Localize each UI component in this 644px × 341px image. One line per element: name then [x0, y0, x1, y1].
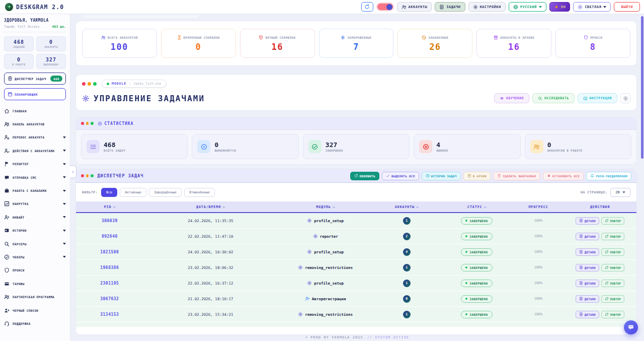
- on-toggle-button[interactable]: ON: [549, 2, 570, 12]
- accounts-count-badge: 1: [403, 311, 411, 318]
- logout-button[interactable]: ВЫЙТИ: [614, 2, 640, 12]
- sidebar-item-10[interactable]: ПАРСЕРЫ: [4, 237, 66, 250]
- task-pid[interactable]: 2301195: [76, 281, 143, 286]
- task-panel-header: MODULE | tasks_list.exe: [82, 80, 630, 88]
- repeat-button[interactable]: ПОВТОР: [601, 280, 625, 287]
- support-chat-button[interactable]: [624, 320, 638, 334]
- scrollbar-thumb[interactable]: [641, 16, 643, 159]
- user-gear-icon: [4, 134, 10, 140]
- repeat-button[interactable]: ПОВТОР: [601, 264, 625, 271]
- task-pid[interactable]: 992646: [76, 234, 143, 239]
- sidebar-item-15[interactable]: ЧЕРНЫЙ СПИСОК: [4, 304, 66, 317]
- overview-card-6: ПРОКСИ8: [555, 29, 630, 58]
- details-button[interactable]: ДЕТАЛИ: [576, 311, 599, 318]
- details-button[interactable]: ДЕТАЛИ: [576, 233, 599, 240]
- toolbar-button-4[interactable]: УДАЛИТЬ ВЫБРАННЫЕ: [493, 172, 540, 180]
- repeat-button[interactable]: ПОВТОР: [601, 295, 625, 303]
- toolbar-button-6[interactable]: PUSH-УВЕДОМЛЕНИЯ: [586, 172, 631, 180]
- task-pid[interactable]: 1968386: [76, 265, 143, 270]
- sidebar-item-8[interactable]: ИНВАЙТ: [4, 211, 66, 224]
- repeat-button[interactable]: ПОВТОР: [601, 248, 625, 256]
- stat-label: ЗАВЕРШЕНО: [326, 149, 343, 152]
- sidebar-item-14[interactable]: ПАРТНЕРСКАЯ ПРОГРАММА: [4, 290, 66, 303]
- repeat-icon: [605, 250, 609, 254]
- sidebar-collapse-button[interactable]: ‹: [70, 165, 76, 178]
- sidebar-item-4[interactable]: РЕПОРТЕР: [4, 158, 66, 171]
- task-action-2[interactable]: ИНСТРУКЦИЯ: [578, 93, 617, 103]
- table-column-2[interactable]: МОДУЛЬ↑↓: [278, 205, 373, 209]
- table-column-3[interactable]: АККАУНТЫ↑↓: [373, 205, 440, 209]
- table-column-4[interactable]: СТАТУС↑↓: [440, 205, 513, 209]
- stop-icon: [547, 174, 551, 178]
- sidebar-item-3[interactable]: ДЕЙСТВИЯ С АККАУНТАМИ: [4, 144, 66, 157]
- repeat-button[interactable]: ПОВТОР: [601, 311, 625, 318]
- task-pid[interactable]: 3134153: [76, 312, 143, 317]
- repeat-button[interactable]: ПОВТОР: [601, 217, 625, 225]
- toolbar-button-3[interactable]: В АРХИВ: [463, 172, 491, 180]
- sidebar-planner-button[interactable]: ПЛАНИРОВЩИК: [4, 88, 66, 100]
- details-button[interactable]: ДЕТАЛИ: [576, 248, 599, 256]
- chevron-down-icon: [63, 163, 66, 165]
- traffic-dots: [82, 82, 97, 86]
- filter-chip-3[interactable]: Отменённые: [184, 188, 215, 197]
- footer-status: // SYSTEM ACTIVE: [367, 335, 409, 339]
- table-row: 306763221.02.2026, 18:10:17Авторегистрац…: [76, 291, 636, 307]
- sidebar-item-12[interactable]: ПРОКСИ: [4, 264, 66, 277]
- refresh-button[interactable]: [361, 2, 373, 12]
- toolbar-button-2[interactable]: ИСТОРИЯ ЗАДАЧ: [422, 172, 461, 180]
- task-progress: 100%: [513, 250, 564, 254]
- sidebar-item-2[interactable]: ПЕРЕНОС АККАУНТА: [4, 131, 66, 144]
- details-button[interactable]: ДЕТАЛИ: [576, 264, 599, 271]
- sidebar-item-16[interactable]: ПОДДЕРЖКА: [4, 317, 66, 330]
- details-button[interactable]: ДЕТАЛИ: [576, 295, 599, 303]
- sidebar-item-5[interactable]: ОТПРАВКА СМС: [4, 171, 66, 184]
- details-button[interactable]: ДЕТАЛИ: [576, 280, 599, 287]
- task-pid[interactable]: 3067632: [76, 297, 143, 301]
- table-column-0[interactable]: PID↑↓: [76, 205, 143, 209]
- tile-label: АККАУНТЫ: [44, 45, 57, 48]
- theme-toggle[interactable]: [376, 3, 394, 11]
- tariff-row: Тариф: Full Access 463 дн.: [4, 25, 66, 32]
- theme-select[interactable]: СВЕТЛАЯ: [573, 2, 611, 12]
- chevron-down-icon: [603, 6, 606, 8]
- scrollbar[interactable]: [641, 16, 643, 339]
- top-nav-1[interactable]: ЗАДАЧИ: [435, 2, 465, 12]
- sidebar-item-label: ТАРИФЫ: [13, 282, 25, 286]
- filter-chip-0[interactable]: Все: [101, 188, 117, 197]
- sidebar-item-11[interactable]: ЧЕКЕРЫ: [4, 250, 66, 263]
- clipboard-icon: [8, 76, 13, 81]
- sidebar-item-7[interactable]: НАКРУТКА: [4, 197, 66, 211]
- top-nav-0[interactable]: АККАУНТЫ: [397, 2, 432, 12]
- table-column-1[interactable]: ДАТА/ВРЕМЯ↑↓: [143, 205, 278, 209]
- accounts-count-badge: 1: [403, 264, 411, 271]
- filter-chip-1[interactable]: Активные: [120, 188, 146, 197]
- table-column-6: ДЕЙСТВИЯ: [564, 205, 636, 209]
- sidebar-task-dispatcher-button[interactable]: ДИСПЕТЧЕР ЗАДАЧ 468: [4, 73, 66, 85]
- task-pid[interactable]: 1021500: [76, 250, 143, 254]
- toolbar-button-1[interactable]: ВЫДЕЛИТЬ ВСЕ: [382, 172, 419, 180]
- sidebar-item-0[interactable]: ГЛАВНАЯ: [4, 104, 66, 117]
- details-button[interactable]: ДЕТАЛИ: [576, 217, 599, 225]
- top-nav-2[interactable]: НАСТРОЙКИ: [468, 2, 506, 12]
- filter-label: ФИЛЬТР:: [82, 190, 98, 194]
- filter-chip-2[interactable]: Завершённые: [149, 188, 182, 197]
- task-pid[interactable]: 306039: [76, 219, 143, 223]
- toolbar-button-0[interactable]: ОБНОВИТЬ: [350, 172, 379, 180]
- language-select[interactable]: РУССКИЙ: [509, 2, 546, 12]
- task-action-1[interactable]: ИССЛЕДОВАТЬ: [532, 93, 575, 103]
- task-module: reporter: [278, 234, 373, 239]
- check-circle-icon: [311, 144, 318, 150]
- toolbar-button-5[interactable]: ОСТАНОВИТЬ ВСЕ: [543, 172, 584, 180]
- overview-card-label: ЗАБАНЕННЫЕ: [428, 36, 448, 39]
- repeat-icon: [605, 219, 609, 223]
- per-page-select[interactable]: 20: [610, 188, 630, 197]
- repeat-button[interactable]: ПОВТОР: [601, 233, 625, 240]
- sort-icon: ↑↓: [222, 206, 225, 209]
- sidebar-item-1[interactable]: ПАНЕЛЬ АККАУНТОВ: [4, 117, 66, 130]
- sidebar-item-9[interactable]: ИСТОРИИ: [4, 224, 66, 237]
- sidebar-item-6[interactable]: РАБОТА С КАНАЛАМИ: [4, 184, 66, 197]
- panel-settings-button[interactable]: [620, 93, 630, 103]
- brand[interactable]: DESKGRAM 2.0: [5, 3, 64, 11]
- sidebar-item-13[interactable]: ТАРИФЫ: [4, 277, 66, 290]
- task-action-0[interactable]: ОБУЧЕНИЕ: [494, 93, 529, 103]
